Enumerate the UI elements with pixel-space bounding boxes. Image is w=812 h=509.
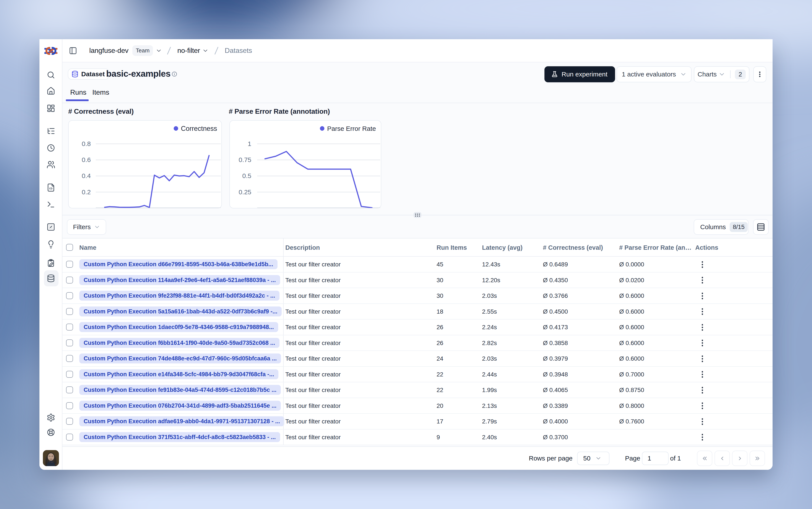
svg-text:0.2: 0.2 xyxy=(82,189,91,196)
svg-text:0.6: 0.6 xyxy=(82,156,91,163)
svg-text:0.25: 0.25 xyxy=(239,189,251,196)
svg-text:0.4: 0.4 xyxy=(82,172,91,179)
svg-text:0.75: 0.75 xyxy=(239,156,251,163)
svg-text:Correctness: Correctness xyxy=(181,125,217,132)
svg-text:Parse Error Rate: Parse Error Rate xyxy=(327,125,376,132)
svg-text:1: 1 xyxy=(248,140,251,147)
svg-text:0.8: 0.8 xyxy=(82,140,91,147)
svg-text:0.5: 0.5 xyxy=(242,172,251,179)
